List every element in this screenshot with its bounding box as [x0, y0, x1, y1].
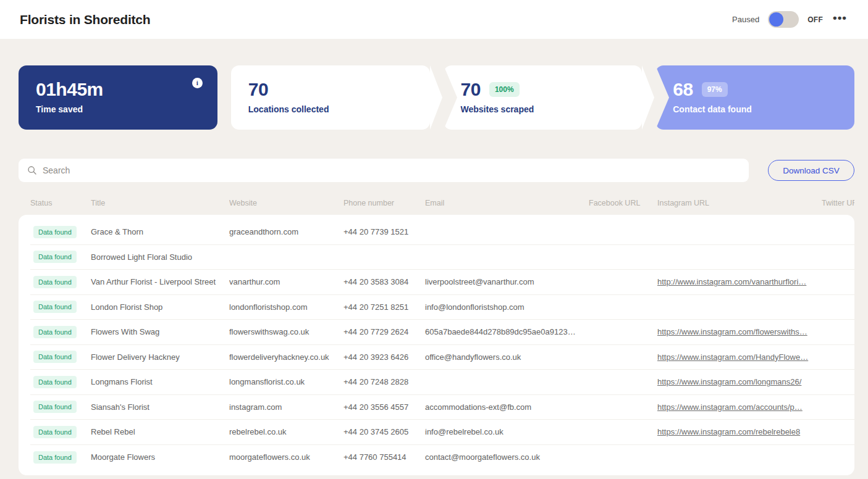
status-badge: Data found — [33, 401, 77, 413]
column-header-facebook: Facebook URL — [589, 199, 657, 207]
cell-instagram-link[interactable]: https://www.instagram.com/accounts/p… — [657, 402, 803, 412]
stat-value: 68 — [673, 79, 693, 100]
column-header-status: Status — [30, 199, 91, 207]
cell-website: rebelrebel.co.uk — [229, 427, 343, 436]
stat-label: Time saved — [36, 104, 200, 114]
paused-label: Paused — [732, 15, 759, 24]
search-box[interactable] — [19, 159, 749, 182]
cell-website: longmansflorist.co.uk — [229, 377, 343, 386]
table-row: Data found Grace & Thorn graceandthorn.c… — [30, 220, 854, 245]
status-badge: Data found — [33, 326, 77, 338]
status-badge: Data found — [33, 226, 77, 238]
stat-label: Locations collected — [248, 104, 413, 114]
table-body: Data found Grace & Thorn graceandthorn.c… — [19, 215, 854, 475]
cell-phone: +44 20 3745 2605 — [343, 427, 425, 436]
cell-phone: +44 20 3583 3084 — [343, 277, 425, 286]
top-bar: Florists in Shoreditch Paused OFF ••• — [0, 0, 868, 39]
percent-badge: 97% — [702, 82, 728, 97]
cell-email: 605a7baede844d278b89dc95ae0a9123… — [425, 327, 589, 336]
page-title: Florists in Shoreditch — [20, 12, 150, 27]
info-icon[interactable]: i — [192, 78, 203, 88]
cell-instagram-link[interactable]: https://www.instagram.com/rebelrebele8 — [657, 427, 800, 436]
status-badge: Data found — [33, 426, 77, 438]
content-area: i 01h45m Time saved 70 Locations collect… — [0, 39, 868, 475]
table-row: Data found Longmans Florist longmansflor… — [30, 370, 854, 395]
cell-website: graceandthorn.com — [229, 227, 343, 236]
ellipsis-menu-icon[interactable]: ••• — [832, 12, 848, 27]
status-badge: Data found — [33, 351, 77, 363]
stat-card-time-saved: i 01h45m Time saved — [19, 65, 217, 130]
cell-email: office@handyflowers.co.uk — [425, 352, 589, 362]
pause-toggle[interactable] — [768, 11, 799, 28]
cell-title: Van Arthur Florist - Liverpool Street — [91, 277, 229, 286]
cell-instagram-link[interactable]: https://www.instagram.com/HandyFlowe… — [657, 352, 808, 362]
cell-email: contact@moorgateflowers.co.uk — [425, 452, 589, 462]
cell-phone: +44 20 7739 1521 — [343, 227, 425, 236]
stat-value: 70 — [461, 79, 481, 100]
cell-website: instagram.com — [229, 402, 343, 412]
cell-instagram-link[interactable]: https://www.instagram.com/flowerswiths… — [657, 327, 807, 336]
cell-email: info@londonfloristshop.com — [425, 302, 589, 312]
column-header-title: Title — [91, 199, 229, 207]
stat-value: 70 — [248, 79, 268, 100]
cell-title: Rebel Rebel — [91, 427, 229, 436]
cell-website: londonfloristshop.com — [229, 302, 343, 312]
cell-title: Borrowed Light Floral Studio — [91, 252, 229, 262]
cell-phone: +44 20 7251 8251 — [343, 302, 425, 312]
table-row: Data found Van Arthur Florist - Liverpoo… — [30, 270, 854, 295]
search-input[interactable] — [43, 165, 740, 175]
table-row: Data found London Florist Shop londonflo… — [30, 295, 854, 320]
cell-email: info@rebelrebel.co.uk — [425, 427, 589, 436]
cell-website: flowerdeliveryhackney.co.uk — [229, 352, 343, 362]
column-header-email: Email — [425, 199, 589, 207]
table-header: Status Title Website Phone number Email … — [19, 191, 854, 215]
stat-card-locations: 70 Locations collected — [231, 65, 430, 130]
status-badge: Data found — [33, 301, 77, 313]
download-csv-button[interactable]: Download CSV — [768, 160, 854, 181]
toggle-knob-icon — [769, 12, 783, 27]
topbar-controls: Paused OFF ••• — [732, 11, 848, 28]
column-header-instagram: Instagram URL — [657, 199, 822, 207]
cell-email: accommodations-ext@fb.com — [425, 402, 589, 412]
stat-value: 01h45m — [36, 79, 103, 100]
cell-phone: +44 20 7729 2624 — [343, 327, 425, 336]
column-header-phone: Phone number — [343, 199, 425, 207]
stat-label: Websites scraped — [461, 104, 625, 114]
cell-title: London Florist Shop — [91, 302, 229, 312]
cell-title: Grace & Thorn — [91, 227, 229, 236]
cell-title: Longmans Florist — [91, 377, 229, 386]
cell-title: Siansah's Florist — [91, 402, 229, 412]
cell-phone: +44 20 7248 2828 — [343, 377, 425, 386]
status-badge: Data found — [33, 276, 77, 288]
percent-badge: 100% — [489, 82, 520, 97]
status-badge: Data found — [33, 451, 77, 464]
cell-instagram-link[interactable]: https://www.instagram.com/longmans26/ — [657, 377, 801, 386]
search-icon — [27, 165, 37, 175]
toolbar: Download CSV — [19, 159, 854, 182]
cell-email: liverpoolstreet@vanarthur.com — [425, 277, 589, 286]
stat-card-websites: 70 100% Websites scraped — [444, 65, 643, 130]
stats-row: i 01h45m Time saved 70 Locations collect… — [19, 65, 854, 130]
table-row: Data found Rebel Rebel rebelrebel.co.uk … — [30, 420, 854, 445]
cell-phone: +44 20 3556 4557 — [343, 402, 425, 412]
status-badge: Data found — [33, 376, 77, 388]
cell-instagram-link[interactable]: http://www.instagram.com/vanarthurflori… — [657, 277, 806, 286]
cell-website: flowerswithswag.co.uk — [229, 327, 343, 336]
column-header-website: Website — [229, 199, 343, 207]
off-label: OFF — [807, 15, 823, 24]
stat-label: Contact data found — [673, 104, 837, 114]
table-row: Data found Moorgate Flowers moorgateflow… — [30, 445, 854, 470]
cell-website: vanarthur.com — [229, 277, 343, 286]
stat-card-contacts: 68 97% Contact data found — [655, 65, 854, 130]
table-row: Data found Flower Delivery Hackney flowe… — [30, 345, 854, 370]
cell-title: Flowers With Swag — [91, 327, 229, 336]
column-header-twitter: Twitter URL — [822, 199, 854, 207]
table-row: Data found Borrowed Light Floral Studio — [30, 245, 854, 270]
cell-phone: +44 7760 755414 — [343, 452, 425, 462]
cell-title: Moorgate Flowers — [91, 452, 229, 462]
table-row: Data found Siansah's Florist instagram.c… — [30, 395, 854, 420]
cell-website: moorgateflowers.co.uk — [229, 452, 343, 462]
cell-title: Flower Delivery Hackney — [91, 352, 229, 362]
cell-phone: +44 20 3923 6426 — [343, 352, 425, 362]
table-row: Data found Flowers With Swag flowerswith… — [30, 320, 854, 345]
